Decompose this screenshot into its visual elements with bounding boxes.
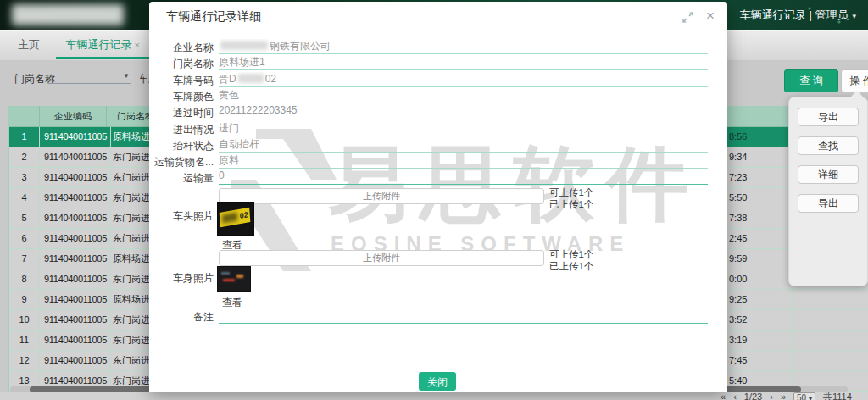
field-value: 进门 [219,121,708,136]
form-field-row: 企业名称钢铁有限公司 [149,39,727,53]
row-index: 1 [9,127,40,147]
vehicle-pass-record-page: 车辆通行记录 | 管理员▾ 主页 车辆通行记录× 门岗名称 ▼ 车牌号码 查 询… [0,0,868,400]
total-count: 共1114 [823,392,852,400]
remark-input[interactable] [219,310,708,324]
form-field-row: 车牌号码晋D02 [149,72,727,86]
user-menu[interactable]: 车辆通行记录 | 管理员▾ [740,0,856,30]
operate-button[interactable]: 操 作 [841,69,868,92]
gate-name-select[interactable]: ▼ [48,68,131,84]
row-company-code: 9114040011005 [40,351,111,370]
row-index: 9 [9,290,40,309]
page-size-value: 50 [797,393,806,400]
body-photo-label: 车身照片 [149,271,214,286]
tab-home[interactable]: 主页 [7,31,51,58]
column-divider [793,310,794,330]
chevron-down-icon: ▾ [852,12,856,20]
row-pass-time-fragment: 9:25 [729,290,747,309]
upload-uploaded: 已上传1个 [549,260,651,272]
action-menu-item-1[interactable]: 查找 [798,136,859,155]
row-company-code: 9114040011005 [40,269,111,289]
row-company-code: 9114040011005 [40,310,111,330]
column-divider [793,331,794,350]
page-indicator: 1/23 [744,392,762,400]
action-menu-item-3[interactable]: 导出 [798,194,859,213]
remark-label: 备注 [149,310,214,325]
next-page-button[interactable]: › [770,392,773,400]
tab-vehicle-pass-records[interactable]: 车辆通行记录× [54,31,150,59]
form-field-row: 门岗名称原料场进1 [149,55,727,69]
query-button[interactable]: 查 询 [784,69,838,92]
row-pass-time-fragment: 7:23 [729,168,747,187]
field-value: 黄色 [219,88,708,103]
row-index: 8 [9,269,40,289]
header-company-code: 企业编码 [40,106,107,126]
column-divider [793,351,794,370]
field-value: 20211222203345 [219,104,708,119]
field-label: 抬杆状态 [149,139,214,153]
row-company-code: 9114040011005 [40,229,111,248]
row-pass-time-fragment: 9:59 [729,249,747,269]
first-page-button[interactable]: « [721,392,726,400]
upload-limit-info: 可上传1个 已上传1个 [549,248,651,272]
field-value: 钢铁有限公司 [219,39,708,54]
column-divider [793,290,794,309]
close-button[interactable]: 关闭 [419,372,456,391]
header-index [9,106,40,126]
last-page-button[interactable]: » [781,392,786,400]
upload-limit: 可上传1个 [549,248,651,260]
view-body-photo-link[interactable]: 查看 [222,296,242,310]
form-field-row: 进出情况进门 [149,121,727,136]
record-detail-modal: 车辆通行记录详细 × 易思软件 EOSINE SOFTWARE 企业名称钢铁有限… [149,2,727,392]
field-label: 通过时间 [149,106,214,120]
chevron-down-icon: ▾ [809,395,812,400]
chevron-down-icon: ▼ [123,72,130,80]
action-menu-item-2[interactable]: 详细 [798,165,859,184]
app-logo [12,4,124,25]
row-index: 4 [9,188,40,208]
page-size-select[interactable]: 50 ▾ [793,392,815,400]
row-index: 6 [9,229,40,248]
row-index: 2 [9,147,40,167]
row-index: 10 [9,310,40,330]
operate-dropdown-panel: 导出查找详细导出 [788,97,868,286]
row-company-code: 9114040011005 [40,208,111,228]
body-photo-thumbnail[interactable] [217,266,251,292]
row-company-code: 9114040011005 [40,168,111,187]
field-label: 车牌颜色 [149,90,214,104]
row-pass-time-fragment: 2:45 [729,229,747,248]
field-label: 门岗名称 [149,57,214,71]
action-menu-item-0[interactable]: 导出 [798,108,859,126]
field-label: 企业名称 [149,41,214,55]
row-company-code: 9114040011005 [40,188,111,208]
row-company-code: 9114040011005 [40,249,111,269]
row-pass-time-fragment: 7:45 [729,351,747,370]
prev-page-button[interactable]: ‹ [733,392,737,400]
photo-detail [221,272,230,275]
plate-digits: 02 [240,210,249,220]
row-company-code: 9114040011005 [40,147,111,167]
upload-attachment-button[interactable]: 上传附件 [219,250,544,266]
row-company-code: 9114040011005 [40,290,111,309]
front-photo-label: 车头照片 [149,209,214,224]
field-label: 车牌号码 [149,74,214,88]
row-index: 3 [9,168,40,187]
row-company-code: 9114040011005 [40,127,111,147]
form-field-row: 抬杆状态自动抬杆 [149,137,727,152]
front-photo-thumbnail[interactable]: 02 [217,202,254,236]
field-value: 原料 [219,153,708,169]
row-pass-time-fragment: 3:19 [729,331,747,350]
upload-limit-info: 可上传1个 已上传1个 [549,186,651,210]
form-field-row: 车牌颜色黄色 [149,88,727,103]
tab-label: 车辆通行记录 [65,38,131,51]
row-pass-time-fragment: 9:34 [729,147,747,167]
row-index: 7 [9,249,40,269]
redacted-plate-chars [222,212,237,223]
form-field-row: 运输量0 [149,169,727,184]
tab-close-icon[interactable]: × [134,40,139,50]
license-plate-image: 02 [220,208,251,227]
row-index: 5 [9,208,40,228]
upload-attachment-button[interactable]: 上传附件 [219,188,544,204]
field-label: 进出情况 [149,123,214,137]
row-pass-time-fragment: 8:56 [729,127,747,147]
pagination-controls: « ‹ 1/23 › » 50 ▾ 共1114 [721,392,852,400]
